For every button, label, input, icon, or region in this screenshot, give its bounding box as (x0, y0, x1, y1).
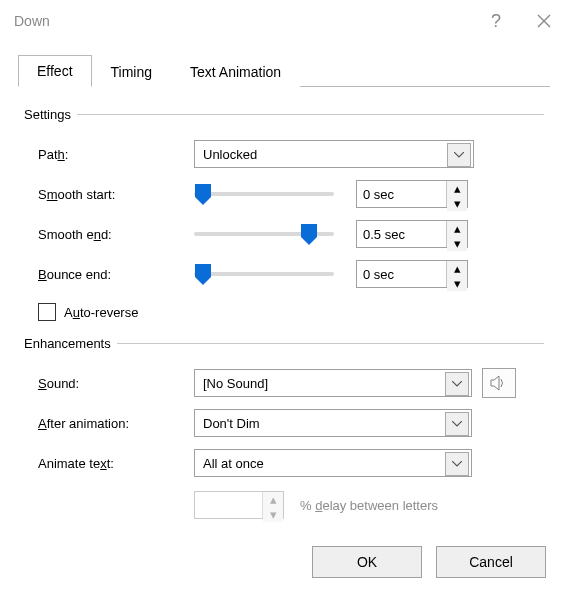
path-value: Unlocked (203, 147, 257, 162)
sound-value: [No Sound] (203, 376, 268, 391)
settings-group-header: Settings (24, 107, 544, 122)
smooth-start-value: 0 sec (357, 187, 446, 202)
help-button[interactable]: ? (472, 0, 520, 42)
chevron-down-icon (445, 452, 469, 476)
smooth-end-value: 0.5 sec (357, 227, 446, 242)
enhancements-group-header: Enhancements (24, 336, 544, 351)
spinner-down-icon[interactable]: ▾ (447, 196, 467, 211)
effect-tab-pane: Settings Path: Unlocked Smooth start: 0 … (18, 87, 550, 532)
tab-timing[interactable]: Timing (92, 56, 172, 87)
cancel-button[interactable]: Cancel (436, 546, 546, 578)
spinner-down-icon[interactable]: ▾ (447, 276, 467, 291)
bounce-end-spinner[interactable]: 0 sec ▴▾ (356, 260, 468, 288)
enhancements-label: Enhancements (24, 336, 111, 351)
chevron-down-icon (447, 143, 471, 167)
slider-thumb[interactable] (300, 223, 318, 245)
slider-track (194, 272, 334, 276)
rule (77, 114, 544, 115)
bounce-end-slider[interactable] (194, 263, 334, 285)
help-icon: ? (491, 11, 501, 32)
spinner-down-icon[interactable]: ▾ (447, 236, 467, 251)
animate-text-label: Animate text: (24, 456, 194, 471)
dialog-footer: OK Cancel (0, 532, 568, 600)
slider-thumb[interactable] (194, 183, 212, 205)
sound-select[interactable]: [No Sound] (194, 369, 472, 397)
sound-preview-button[interactable] (482, 368, 516, 398)
smooth-end-slider[interactable] (194, 223, 334, 245)
after-animation-value: Don't Dim (203, 416, 260, 431)
rule (117, 343, 544, 344)
auto-reverse-checkbox[interactable]: Auto-reverse (24, 294, 544, 330)
smooth-start-label: Smooth start: (24, 187, 194, 202)
tab-strip: Effect Timing Text Animation (18, 52, 550, 87)
animate-text-select[interactable]: All at once (194, 449, 472, 477)
smooth-start-slider[interactable] (194, 183, 334, 205)
settings-label: Settings (24, 107, 71, 122)
delay-row: ▴▾ % delay between letters (24, 483, 544, 527)
tab-effect[interactable]: Effect (18, 55, 92, 87)
after-animation-label: After animation: (24, 416, 194, 431)
chevron-down-icon (445, 412, 469, 436)
slider-thumb[interactable] (194, 263, 212, 285)
auto-reverse-label: Auto-reverse (64, 305, 138, 320)
speaker-icon (490, 375, 508, 391)
spinner-up-icon: ▴ (263, 492, 283, 507)
close-icon (537, 14, 551, 28)
sound-row: Sound: [No Sound] (24, 363, 544, 403)
close-button[interactable] (520, 0, 568, 42)
checkbox-box (38, 303, 56, 321)
spinner-up-icon[interactable]: ▴ (447, 181, 467, 196)
delay-spinner: ▴▾ (194, 491, 284, 519)
path-select[interactable]: Unlocked (194, 140, 474, 168)
smooth-start-row: Smooth start: 0 sec ▴▾ (24, 174, 544, 214)
ok-button[interactable]: OK (312, 546, 422, 578)
spinner-down-icon: ▾ (263, 507, 283, 522)
smooth-end-label: Smooth end: (24, 227, 194, 242)
chevron-down-icon (445, 372, 469, 396)
bounce-end-label: Bounce end: (24, 267, 194, 282)
bounce-end-value: 0 sec (357, 267, 446, 282)
animate-text-row: Animate text: All at once (24, 443, 544, 483)
after-animation-row: After animation: Don't Dim (24, 403, 544, 443)
spinner-up-icon[interactable]: ▴ (447, 221, 467, 236)
delay-label: % delay between letters (300, 498, 438, 513)
sound-label: Sound: (24, 376, 194, 391)
animate-text-value: All at once (203, 456, 264, 471)
smooth-end-row: Smooth end: 0.5 sec ▴▾ (24, 214, 544, 254)
tab-text-animation[interactable]: Text Animation (171, 56, 300, 87)
slider-track (194, 192, 334, 196)
after-animation-select[interactable]: Don't Dim (194, 409, 472, 437)
smooth-end-spinner[interactable]: 0.5 sec ▴▾ (356, 220, 468, 248)
title-bar: Down ? (0, 0, 568, 42)
spinner-up-icon[interactable]: ▴ (447, 261, 467, 276)
bounce-end-row: Bounce end: 0 sec ▴▾ (24, 254, 544, 294)
path-row: Path: Unlocked (24, 134, 544, 174)
path-label: Path: (24, 147, 194, 162)
smooth-start-spinner[interactable]: 0 sec ▴▾ (356, 180, 468, 208)
window-title: Down (14, 13, 472, 29)
